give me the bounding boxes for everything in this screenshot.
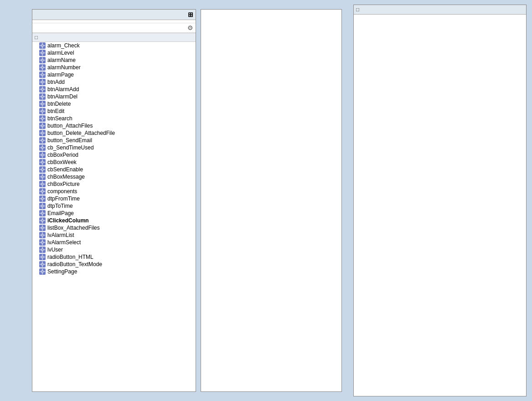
field-name: EmailPage: [47, 210, 74, 216]
filter-icon[interactable]: ⚙: [187, 24, 193, 31]
svg-rect-76: [40, 133, 41, 134]
svg-rect-148: [40, 220, 41, 221]
field-item[interactable]: iClickedColumn: [32, 217, 196, 224]
field-item[interactable]: SettingPage: [32, 268, 196, 275]
field-item[interactable]: radioButton_HTML: [32, 253, 196, 261]
field-item[interactable]: button_Delete_AttachedFile: [32, 129, 196, 137]
middle-content[interactable]: [201, 10, 341, 373]
field-item[interactable]: lvAlarmList: [32, 231, 196, 239]
field-name: button_Delete_AttachedFile: [47, 130, 115, 136]
svg-rect-92: [42, 152, 43, 154]
field-icon: [39, 93, 46, 100]
field-item[interactable]: btnDelete: [32, 100, 196, 108]
field-item[interactable]: listBox_AttachedFiles: [32, 224, 196, 231]
svg-rect-119: [44, 184, 46, 185]
svg-rect-29: [44, 74, 46, 75]
svg-rect-4: [40, 45, 41, 46]
field-item[interactable]: alarm_Check: [32, 42, 196, 49]
svg-rect-41: [44, 89, 46, 90]
svg-rect-189: [42, 273, 43, 275]
svg-rect-27: [42, 77, 43, 78]
field-item[interactable]: button_AttachFiles: [32, 122, 196, 129]
field-item[interactable]: alarmLevel: [32, 49, 196, 57]
svg-rect-52: [40, 103, 41, 104]
field-item[interactable]: dtpToTime: [32, 202, 196, 210]
field-item[interactable]: chBoxPicture: [32, 180, 196, 188]
field-icon: [39, 268, 46, 275]
svg-rect-101: [44, 162, 46, 163]
field-item[interactable]: cbSendEnable: [32, 166, 196, 173]
svg-rect-10: [40, 52, 41, 53]
svg-rect-9: [42, 55, 43, 56]
fields-collapse-icon[interactable]: □: [35, 34, 38, 41]
svg-rect-69: [42, 128, 43, 129]
field-item[interactable]: lvUser: [32, 246, 196, 253]
svg-rect-34: [40, 82, 41, 82]
field-item[interactable]: alarmName: [32, 57, 196, 64]
field-item[interactable]: cb_SendTimeUsed: [32, 144, 196, 151]
svg-rect-14: [42, 57, 43, 59]
field-name: components: [47, 188, 77, 195]
field-name: alarmLevel: [47, 50, 74, 56]
field-icon: [39, 57, 46, 63]
field-item[interactable]: lvAlarmSelect: [32, 239, 196, 246]
svg-rect-164: [42, 240, 43, 241]
field-item[interactable]: btnAlarmAdd: [32, 86, 196, 93]
field-icon: [39, 174, 46, 180]
field-name: btnAdd: [47, 79, 65, 85]
svg-rect-17: [44, 60, 46, 61]
field-icon: [39, 42, 46, 49]
svg-rect-5: [44, 45, 46, 46]
left-fields-list[interactable]: alarm_Check alarmLevel alarmName alarmNu…: [32, 42, 196, 380]
filter-row: ⚙: [32, 23, 196, 33]
field-icon: [39, 232, 46, 238]
svg-rect-140: [42, 211, 43, 212]
field-icon: [39, 101, 46, 107]
svg-rect-188: [42, 269, 43, 270]
field-name: btnSearch: [47, 115, 72, 122]
svg-rect-143: [44, 213, 46, 214]
field-item[interactable]: alarmPage: [32, 71, 196, 78]
field-item[interactable]: radioButton_TextMode: [32, 261, 196, 268]
middle-panel: [201, 9, 342, 392]
svg-rect-153: [42, 230, 43, 231]
svg-rect-118: [40, 184, 41, 185]
left-panel: ⊞ ⚙ □ alarm_Check alarmLevel: [32, 9, 196, 392]
field-item[interactable]: btnAdd: [32, 78, 196, 86]
field-name: alarm_Check: [47, 42, 80, 49]
svg-rect-86: [42, 145, 43, 146]
svg-rect-16: [40, 60, 41, 61]
field-item[interactable]: btnSearch: [32, 115, 196, 122]
field-item[interactable]: EmailPage: [32, 210, 196, 217]
left-panel-header: ⊞: [32, 10, 196, 20]
svg-rect-171: [42, 252, 43, 253]
field-item[interactable]: alarmNumber: [32, 64, 196, 71]
svg-rect-59: [44, 111, 46, 112]
field-item[interactable]: btnEdit: [32, 108, 196, 115]
field-item[interactable]: button_SendEmail: [32, 137, 196, 144]
svg-rect-135: [42, 208, 43, 209]
field-name: btnAlarmDel: [47, 93, 77, 100]
svg-rect-137: [44, 206, 46, 206]
field-name: listBox_AttachedFiles: [47, 225, 100, 231]
field-item[interactable]: components: [32, 188, 196, 195]
field-item[interactable]: btnAlarmDel: [32, 93, 196, 100]
field-icon: [39, 217, 46, 224]
field-icon: [39, 203, 46, 209]
svg-rect-147: [42, 222, 43, 224]
field-name: dtpFromTime: [47, 195, 80, 202]
svg-rect-116: [42, 181, 43, 183]
svg-rect-80: [42, 138, 43, 139]
field-item[interactable]: cbBoxPeriod: [32, 151, 196, 159]
svg-rect-63: [42, 120, 43, 122]
field-name: dtpToTime: [47, 203, 73, 209]
field-item[interactable]: chBoxMessage: [32, 173, 196, 180]
methods-list[interactable]: [354, 15, 526, 392]
field-item[interactable]: cbBoxWeek: [32, 159, 196, 166]
svg-rect-28: [40, 74, 41, 75]
svg-rect-82: [40, 140, 41, 141]
field-name: chBoxMessage: [47, 174, 85, 180]
field-item[interactable]: dtpFromTime: [32, 195, 196, 202]
svg-rect-75: [42, 135, 43, 136]
left-panel-collapse-icon[interactable]: ⊞: [188, 11, 193, 18]
